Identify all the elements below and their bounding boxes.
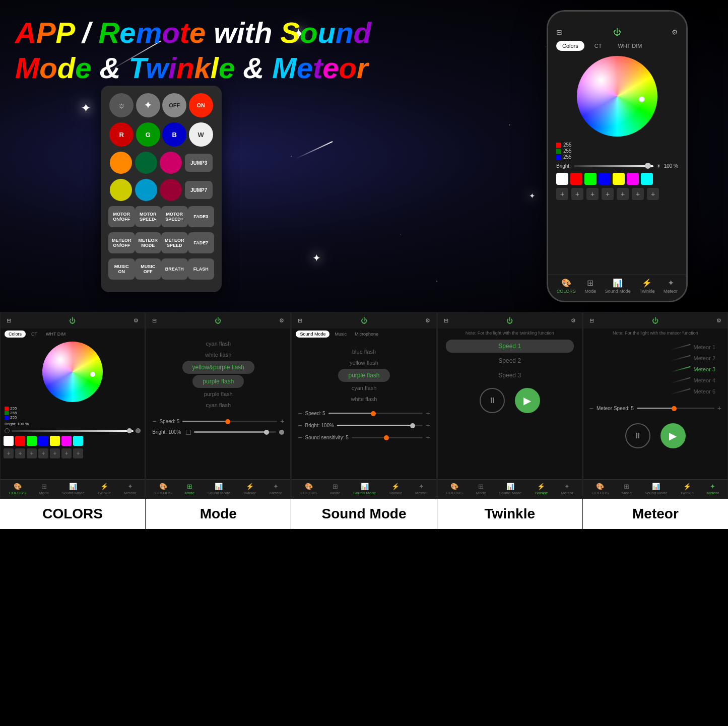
bright-plus-s3[interactable]: + <box>426 421 430 429</box>
add-btn-7[interactable]: + <box>647 188 659 200</box>
nav-sound-s1[interactable]: 📊 Sound Mode <box>62 483 85 495</box>
bright-slider-s2[interactable] <box>194 431 276 433</box>
nav-meteor-s4[interactable]: ✦ Meteor <box>561 483 573 495</box>
sound-item-1[interactable]: blue flash <box>350 347 378 357</box>
swatch-yellow[interactable] <box>613 173 625 185</box>
nav-sound-mode[interactable]: 📊 Sound Mode <box>605 278 631 294</box>
mode-item-2[interactable]: white flash <box>203 350 233 360</box>
nav-sound-s2[interactable]: 📊 Sound Mode <box>208 483 230 495</box>
settings-icon-s4[interactable]: ⚙ <box>571 317 576 324</box>
nav-meteor-s3[interactable]: ✦ Meteor <box>415 483 428 495</box>
power-icon[interactable]: ⏻ <box>613 28 621 37</box>
remote-on-button[interactable]: ON <box>189 93 213 117</box>
settings-icon-s1[interactable]: ⚙ <box>134 317 139 324</box>
settings-icon-s3[interactable]: ⚙ <box>425 317 430 324</box>
nav-mode-s3[interactable]: ⊞ Mode <box>330 483 340 495</box>
nav-colors-s1[interactable]: 🎨 COLORS <box>9 483 26 495</box>
remote-flash-button[interactable]: FLASH <box>188 258 215 280</box>
remote-motor-minus-button[interactable]: MOTORSPEED- <box>135 206 162 227</box>
speed-plus-s3[interactable]: + <box>426 409 430 417</box>
add-btn-s1-5[interactable]: + <box>50 448 60 458</box>
sound-tab-music-s3[interactable]: Music <box>332 331 350 338</box>
sens-plus-s3[interactable]: + <box>426 433 430 441</box>
add-btn-3[interactable]: + <box>586 188 599 200</box>
remote-off-button[interactable]: OFF <box>162 93 186 117</box>
swatch-white[interactable] <box>556 173 568 185</box>
nav-colors-s3[interactable]: 🎨 COLORS <box>300 483 317 495</box>
settings-icon-s2[interactable]: ⚙ <box>279 317 284 324</box>
nav-colors-s2[interactable]: 🎨 COLORS <box>155 483 172 495</box>
nav-mode-s1[interactable]: ⊞ Mode <box>39 483 49 495</box>
remote-jump7-button[interactable]: JUMP7 <box>185 181 213 199</box>
remote-sky-button[interactable] <box>135 179 157 201</box>
sliders-icon-s1[interactable]: ⊟ <box>7 317 11 324</box>
swatch-magenta-s1[interactable] <box>61 436 72 446</box>
swatch-blue-s1[interactable] <box>38 436 48 446</box>
meteor-speed-minus[interactable]: − <box>589 404 593 412</box>
meteor-pause-button[interactable]: ⏸ <box>625 423 650 448</box>
swatch-magenta[interactable] <box>627 173 639 185</box>
swatch-green[interactable] <box>584 173 597 185</box>
remote-yellow-button[interactable] <box>110 179 132 201</box>
mode-item-3[interactable]: purple flash <box>202 389 235 399</box>
remote-meteor-onoff-button[interactable]: METEORON/OFF <box>108 232 135 253</box>
bright-minus-s3[interactable]: − <box>298 421 302 429</box>
remote-bright-button[interactable]: ✦ <box>136 93 160 117</box>
nav-mode-s2[interactable]: ⊞ Mode <box>184 483 194 495</box>
add-btn-1[interactable]: + <box>556 188 568 200</box>
sound-tab-mic-s3[interactable]: Microphone <box>352 331 381 338</box>
nav-colors-s5[interactable]: 🎨 COLORS <box>592 483 609 495</box>
remote-fade3-button[interactable]: FADE3 <box>188 206 215 227</box>
sound-item-3[interactable]: cyan flash <box>350 383 379 393</box>
remote-crimson-button[interactable] <box>160 179 182 201</box>
speed-minus-s3[interactable]: − <box>298 409 302 417</box>
add-btn-4[interactable]: + <box>602 188 614 200</box>
remote-fade7-button[interactable]: FADE7 <box>188 232 215 253</box>
sound-item-2[interactable]: yellow flash <box>348 358 380 368</box>
settings-icon[interactable]: ⚙ <box>672 28 678 36</box>
speed-plus-s2[interactable]: + <box>280 417 284 425</box>
add-btn-s1-2[interactable]: + <box>15 448 25 458</box>
sens-minus-s3[interactable]: − <box>298 433 302 441</box>
add-btn-5[interactable]: + <box>617 188 629 200</box>
swatch-blue[interactable] <box>599 173 611 185</box>
slider-s1[interactable] <box>12 430 134 432</box>
nav-twinkle[interactable]: ⚡ Twinkle <box>639 278 654 294</box>
remote-darkgreen-button[interactable] <box>135 152 157 174</box>
remote-r-button[interactable]: R <box>109 122 134 147</box>
remote-orange-button[interactable] <box>110 152 132 174</box>
color-wheel-large[interactable] <box>577 56 657 137</box>
add-btn-s1-7[interactable]: + <box>73 448 83 458</box>
meteor-item-2[interactable]: Meteor 2 <box>667 354 719 363</box>
sliders-icon-s5[interactable]: ⊟ <box>589 317 594 324</box>
swatch-red[interactable] <box>570 173 582 185</box>
nav-sound-s3[interactable]: 📊 Sound Mode <box>353 483 376 495</box>
colors-tab-wht[interactable]: WHT DIM <box>43 331 69 338</box>
add-btn-s1-3[interactable]: + <box>27 448 37 458</box>
settings-icon-s5[interactable]: ⚙ <box>716 317 721 324</box>
sound-item-highlighted[interactable]: purple flash <box>338 369 389 382</box>
add-btn-6[interactable]: + <box>632 188 644 200</box>
meteor-speed-plus[interactable]: + <box>717 404 721 412</box>
nav-sound-s4[interactable]: 📊 Sound Mode <box>499 483 521 495</box>
remote-dim-button[interactable]: ☼ <box>109 93 134 117</box>
nav-meteor-s5[interactable]: ✦ Meteor <box>706 483 719 495</box>
bright-slider-s3[interactable] <box>337 425 423 426</box>
meteor-item-1[interactable]: Meteor 1 <box>667 343 719 352</box>
speed-item-2[interactable]: Speed 2 <box>446 354 574 367</box>
swatch-red-s1[interactable] <box>15 436 25 446</box>
nav-mode-s4[interactable]: ⊞ Mode <box>476 483 486 495</box>
nav-twinkle-s1[interactable]: ⚡ Twinkle <box>97 483 111 495</box>
nav-colors[interactable]: 🎨 COLORS <box>557 278 576 294</box>
mode-item-highlighted[interactable]: yellow&purple flash <box>182 361 254 374</box>
sound-item-4[interactable]: white flash <box>349 394 379 404</box>
meteor-item-3[interactable]: Meteor 3 <box>667 365 719 374</box>
remote-meteor-mode-button[interactable]: METEORMODE <box>135 232 162 253</box>
nav-colors-s4[interactable]: 🎨 COLORS <box>446 483 463 495</box>
meteor-item-4[interactable]: Meteor 4 <box>667 376 719 385</box>
brightness-slider[interactable] <box>574 165 653 167</box>
speed-slider-s2[interactable] <box>182 421 277 422</box>
nav-sound-s5[interactable]: 📊 Sound Mode <box>644 483 667 495</box>
speed-slider-s3[interactable] <box>328 413 423 414</box>
sliders-icon-s2[interactable]: ⊟ <box>152 317 157 324</box>
